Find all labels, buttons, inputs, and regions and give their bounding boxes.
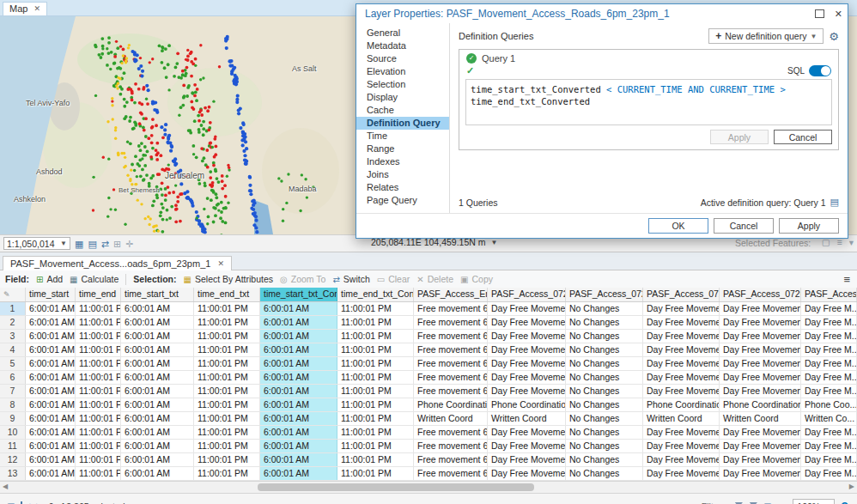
table-cell[interactable]: 6:00:01 AM bbox=[121, 412, 194, 425]
table-cell[interactable]: 11:00:01 PM bbox=[337, 453, 414, 466]
table-cell[interactable]: Day Free Movement Ni... bbox=[720, 371, 801, 384]
table-cell[interactable]: Day Free Movement Ni... bbox=[488, 302, 566, 315]
table-cell[interactable]: Day Free Movement Ni... bbox=[488, 453, 566, 466]
table-cell[interactable]: 6:00:01 AM bbox=[26, 302, 76, 315]
table-cell[interactable]: No Changes bbox=[566, 440, 643, 452]
column-header-PASF_Acces[interactable]: PASF_Acces bbox=[801, 288, 857, 301]
ok-button[interactable]: OK bbox=[648, 218, 708, 234]
table-cell[interactable]: Free movement 6:00 - 23: bbox=[414, 302, 488, 315]
table-cell[interactable]: No Changes bbox=[566, 330, 643, 343]
table-cell[interactable]: No Changes bbox=[566, 316, 643, 329]
table-cell[interactable]: No Changes bbox=[566, 467, 643, 480]
table-cell[interactable]: No Changes bbox=[566, 385, 643, 398]
table-cell[interactable]: Day Free Movement Ni... bbox=[488, 385, 566, 398]
table-cell[interactable]: 6:00:01 AM bbox=[121, 467, 194, 480]
nav-item-page-query[interactable]: Page Query bbox=[356, 194, 449, 207]
table-cell[interactable]: 6:00:01 AM bbox=[121, 343, 194, 356]
table-cell[interactable]: Day Free Movement Ni... bbox=[488, 343, 566, 356]
scrollbar-thumb[interactable] bbox=[258, 483, 534, 491]
table-cell[interactable]: Day Free Movement Ni... bbox=[720, 453, 801, 466]
table-cell[interactable]: Free movement 6:00 - 23: bbox=[414, 467, 488, 480]
table-cell[interactable]: Free movement 6:00 - 23: bbox=[414, 343, 488, 356]
zoom-level-selector[interactable]: 100% ▼ bbox=[793, 499, 835, 504]
sync-icon[interactable]: ⇄ bbox=[101, 238, 109, 250]
gear-icon[interactable]: ⚙ bbox=[829, 30, 839, 43]
table-cell[interactable]: 6:00:01 AM bbox=[26, 467, 76, 480]
table-cell[interactable]: 11:00:01 PM bbox=[194, 440, 260, 452]
column-header-time_end[interactable]: time_end bbox=[76, 288, 121, 301]
collapse-chevron-icon[interactable]: ▾ bbox=[849, 237, 854, 247]
table-cell[interactable]: Free movement 6:00 - 23: bbox=[414, 330, 488, 343]
table-cell[interactable]: 11:00:01 PM bbox=[337, 371, 414, 384]
column-header-time_start_txt_Converted[interactable]: time_start_txt_Converted bbox=[260, 288, 337, 301]
nav-item-joins[interactable]: Joins bbox=[356, 168, 449, 181]
minus-icon[interactable]: — bbox=[778, 501, 787, 504]
table-cell[interactable]: 11:00:01 PM bbox=[337, 426, 414, 439]
table-cell[interactable]: 6:00:01 AM bbox=[260, 357, 337, 370]
table-cell[interactable]: 11:00:01 PM bbox=[76, 343, 121, 356]
table-cell[interactable]: 6:00:01 AM bbox=[260, 343, 337, 356]
table-cell[interactable]: No Changes bbox=[566, 412, 643, 425]
table-cell[interactable]: Day Free M... bbox=[801, 330, 857, 343]
table-cell[interactable]: 6:00:01 AM bbox=[260, 398, 337, 411]
table-cell[interactable]: Day Free Movement Ni... bbox=[720, 385, 801, 398]
table-cell[interactable]: Day Free Movement Ni... bbox=[488, 440, 566, 452]
table-cell[interactable]: 11:00:01 PM bbox=[337, 330, 414, 343]
row-number[interactable]: 7 bbox=[0, 385, 26, 398]
table-cell[interactable]: 11:00:01 PM bbox=[194, 467, 260, 480]
table-cell[interactable]: No Changes bbox=[566, 453, 643, 466]
table-cell[interactable]: 6:00:01 AM bbox=[121, 385, 194, 398]
column-header-PASF_Access_072018_...[interactable]: PASF_Access_072018_... bbox=[643, 288, 720, 301]
table-cell[interactable]: 11:00:01 PM bbox=[76, 371, 121, 384]
table-cell[interactable]: 6:00:01 AM bbox=[260, 467, 337, 480]
close-icon[interactable]: ✕ bbox=[217, 259, 224, 268]
table-cell[interactable]: Day Free M... bbox=[801, 357, 857, 370]
table-cell[interactable]: 11:00:01 PM bbox=[194, 426, 260, 439]
nav-item-metadata[interactable]: Metadata bbox=[356, 39, 449, 52]
attribute-table-tab[interactable]: PASF_Movement_Access...oads_6pm_23pm_1 ✕ bbox=[3, 256, 232, 270]
table-cell[interactable]: 6:00:01 AM bbox=[260, 412, 337, 425]
table-cell[interactable]: 6:00:01 AM bbox=[121, 371, 194, 384]
dialog-titlebar[interactable]: Layer Properties: PASF_Movement_Access_R… bbox=[356, 4, 848, 23]
close-icon[interactable]: ✕ bbox=[835, 9, 842, 20]
table-cell[interactable]: 11:00:01 PM bbox=[337, 302, 414, 315]
row-number[interactable]: 5 bbox=[0, 357, 26, 370]
table-cell[interactable]: Written Coord bbox=[488, 412, 566, 425]
row-number[interactable]: 12 bbox=[0, 453, 26, 466]
nav-item-display[interactable]: Display bbox=[356, 91, 449, 104]
nav-item-cache[interactable]: Cache bbox=[356, 104, 449, 117]
switch-selection-button[interactable]: ⇄Switch bbox=[332, 274, 369, 284]
table-cell[interactable]: 6:00:01 AM bbox=[121, 426, 194, 439]
table-cell[interactable]: 6:00:01 AM bbox=[260, 453, 337, 466]
row-number[interactable]: 6 bbox=[0, 371, 26, 384]
snap-icon[interactable]: ⊞ bbox=[113, 238, 121, 250]
scroll-left-icon[interactable]: ◀ bbox=[3, 483, 8, 490]
row-number[interactable]: 2 bbox=[0, 316, 26, 329]
table-cell[interactable]: Free movement 6:00 - 23: bbox=[414, 453, 488, 466]
table-cell[interactable]: 6:00:01 AM bbox=[26, 330, 76, 343]
table-cell[interactable]: 6:00:01 AM bbox=[26, 440, 76, 452]
table-cell[interactable]: Written Coord bbox=[414, 412, 488, 425]
table-cell[interactable]: Day Free Movement Ni... bbox=[720, 330, 801, 343]
table-cell[interactable]: 11:00:01 PM bbox=[337, 316, 414, 329]
clear-selection-button[interactable]: ▭Clear bbox=[377, 274, 410, 284]
table-cell[interactable]: Day Free Movement Ni... bbox=[488, 357, 566, 370]
layers-icon[interactable]: ▤ bbox=[88, 238, 96, 250]
table-cell[interactable]: 11:00:01 PM bbox=[194, 385, 260, 398]
nav-mode-icon[interactable]: ✛ bbox=[125, 238, 133, 250]
restore-window-icon[interactable] bbox=[815, 9, 824, 18]
table-cell[interactable]: 11:00:01 PM bbox=[76, 385, 121, 398]
table-cell[interactable]: 11:00:01 PM bbox=[337, 385, 414, 398]
scale-selector[interactable]: 1:1,050,014 ▼ bbox=[3, 237, 70, 250]
table-cell[interactable]: 6:00:01 AM bbox=[260, 385, 337, 398]
table-cell[interactable]: Phone Coordination bbox=[414, 398, 488, 411]
add-field-button[interactable]: ⊞Add bbox=[36, 274, 63, 284]
table-cell[interactable]: 11:00:01 PM bbox=[76, 426, 121, 439]
table-cell[interactable]: Free movement 6:00 - 23: bbox=[414, 357, 488, 370]
table-cell[interactable]: 6:00:01 AM bbox=[260, 330, 337, 343]
table-cell[interactable]: Day Free Movement Ni... bbox=[643, 453, 720, 466]
table-cell[interactable]: 11:00:01 PM bbox=[76, 357, 121, 370]
table-cell[interactable]: No Changes bbox=[566, 426, 643, 439]
table-cell[interactable]: Day Free M... bbox=[801, 440, 857, 452]
table-cell[interactable]: Free movement 6:00 - 23: bbox=[414, 371, 488, 384]
